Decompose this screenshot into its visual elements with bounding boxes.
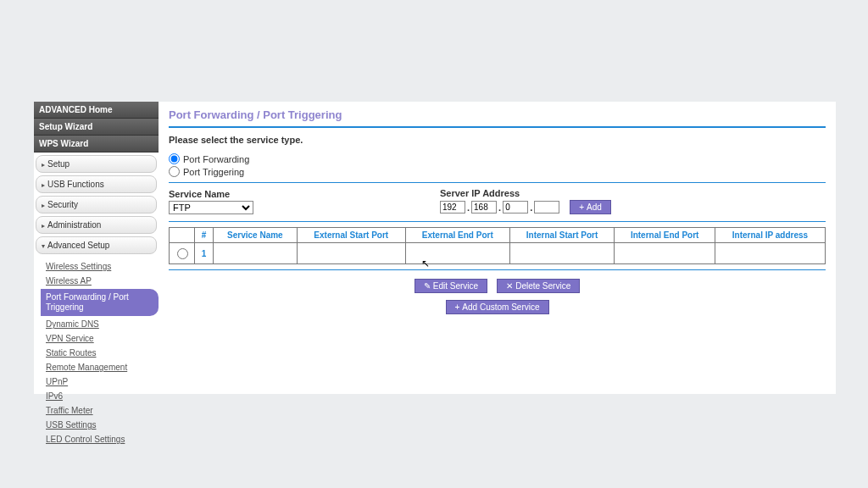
row-int-ip	[715, 243, 825, 264]
nav-security[interactable]: Security	[36, 196, 157, 214]
sidebar-item-remote-management[interactable]: Remote Management	[42, 361, 159, 374]
ip-dot: .	[467, 202, 470, 213]
pencil-icon: ✎	[424, 282, 431, 291]
nav-advanced-setup[interactable]: Advanced Setup	[36, 236, 157, 254]
col-select	[170, 228, 195, 243]
radio-port-forwarding[interactable]	[169, 153, 180, 164]
add-button[interactable]: + Add	[570, 200, 611, 214]
nav-setup-wizard[interactable]: Setup Wizard	[34, 119, 159, 136]
col-number: #	[195, 228, 214, 243]
ip-dot: .	[530, 202, 532, 213]
sidebar-item-ipv6[interactable]: IPv6	[42, 390, 159, 402]
col-int-start-port: Internal Start Port	[509, 228, 615, 243]
main-content: Port Forwarding / Port Triggering Please…	[159, 102, 836, 394]
ip-octet-2[interactable]	[471, 201, 497, 214]
sidebar-item-dynamic-dns[interactable]: Dynamic DNS	[42, 318, 159, 330]
instruction-text: Please select the service type.	[169, 135, 826, 145]
sidebar: ADVANCED Home Setup Wizard WPS Wizard Se…	[34, 102, 159, 394]
row-int-end-port	[615, 243, 715, 264]
advanced-setup-subitems: Wireless Settings Wireless AP Port Forwa…	[34, 257, 159, 446]
row-service-name	[214, 243, 298, 264]
nav-usb-functions[interactable]: USB Functions	[36, 175, 157, 193]
nav-advanced-home[interactable]: ADVANCED Home	[34, 102, 159, 119]
edit-service-label: Edit Service	[433, 281, 478, 291]
col-service-name: Service Name	[214, 228, 298, 243]
nav-wps-wizard[interactable]: WPS Wizard	[34, 136, 159, 152]
nav-setup[interactable]: Setup	[36, 155, 157, 173]
radio-port-triggering-label: Port Triggering	[183, 167, 244, 177]
service-name-select[interactable]: FTP	[169, 201, 253, 214]
row-number: 1	[195, 243, 214, 264]
radio-port-triggering[interactable]	[169, 166, 180, 177]
col-int-end-port: Internal End Port	[615, 228, 715, 243]
sidebar-item-usb-settings[interactable]: USB Settings	[42, 419, 159, 431]
col-ext-end-port: External End Port	[405, 228, 509, 243]
plus-icon: +	[579, 203, 584, 212]
edit-service-button[interactable]: ✎ Edit Service	[415, 279, 487, 293]
row-int-start-port	[509, 243, 615, 264]
delete-service-button[interactable]: ✕ Delete Service	[497, 279, 580, 293]
divider	[169, 221, 826, 222]
table-row: 1	[170, 243, 826, 264]
sidebar-item-static-routes[interactable]: Static Routes	[42, 347, 159, 359]
sidebar-item-led-control[interactable]: LED Control Settings	[42, 433, 159, 446]
row-select-radio[interactable]	[177, 248, 188, 259]
sidebar-item-wireless-settings[interactable]: Wireless Settings	[42, 260, 159, 273]
row-ext-end-port	[405, 243, 509, 264]
sidebar-item-wireless-ap[interactable]: Wireless AP	[42, 274, 159, 287]
ip-octet-3[interactable]	[503, 201, 528, 214]
ip-dot: .	[498, 202, 501, 213]
sidebar-item-port-forwarding[interactable]: Port Forwarding / Port Triggering	[41, 289, 159, 316]
add-custom-service-label: Add Custom Service	[462, 302, 539, 312]
nav-administration[interactable]: Administration	[36, 216, 157, 234]
plus-icon: +	[455, 303, 460, 312]
add-button-label: Add	[587, 202, 602, 212]
page-title: Port Forwarding / Port Triggering	[169, 108, 826, 121]
col-int-ip: Internal IP address	[715, 228, 825, 243]
sidebar-item-upnp[interactable]: UPnP	[42, 375, 159, 388]
col-ext-start-port: External Start Port	[297, 228, 405, 243]
ip-octet-1[interactable]	[440, 201, 465, 214]
sidebar-item-traffic-meter[interactable]: Traffic Meter	[42, 404, 159, 417]
service-name-label: Service Name	[169, 189, 253, 199]
divider	[169, 126, 826, 128]
add-custom-service-button[interactable]: + Add Custom Service	[446, 300, 549, 314]
services-table: # Service Name External Start Port Exter…	[169, 227, 826, 264]
divider	[169, 269, 826, 270]
delete-service-label: Delete Service	[515, 281, 570, 291]
radio-port-forwarding-label: Port Forwarding	[183, 154, 249, 164]
ip-octet-4[interactable]	[534, 201, 559, 214]
sidebar-item-vpn-service[interactable]: VPN Service	[42, 332, 159, 345]
x-icon: ✕	[506, 282, 513, 291]
row-ext-start-port	[297, 243, 405, 264]
server-ip-label: Server IP Address	[440, 188, 611, 198]
divider	[169, 182, 826, 183]
